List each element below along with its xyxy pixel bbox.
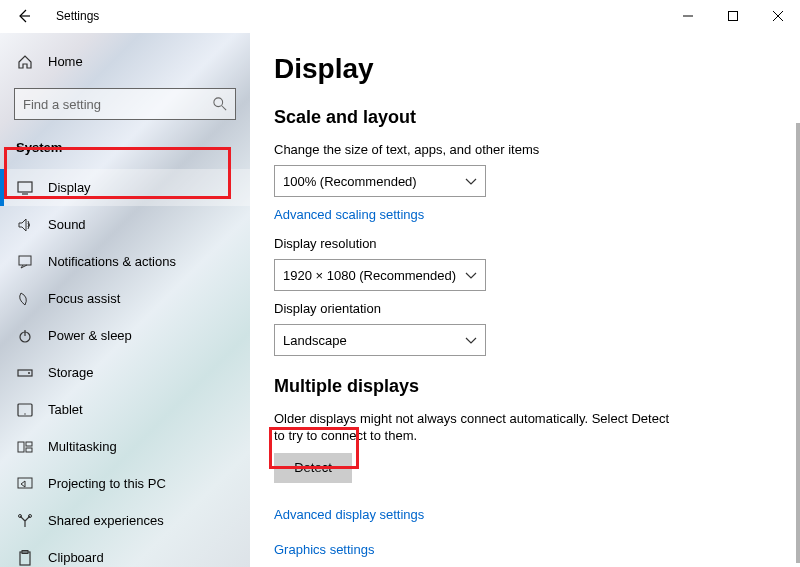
section-multiple-displays-heading: Multiple displays [274, 376, 800, 397]
svg-rect-10 [26, 442, 32, 446]
svg-rect-11 [26, 448, 32, 452]
sidebar-item-multitasking[interactable]: Multitasking [0, 428, 250, 465]
svg-rect-9 [18, 442, 24, 452]
svg-rect-3 [19, 256, 31, 265]
detect-button[interactable]: Detect [274, 453, 352, 483]
page-title: Display [274, 53, 800, 85]
svg-rect-2 [18, 182, 32, 192]
home-icon [16, 53, 34, 71]
maximize-button[interactable] [710, 0, 755, 32]
sidebar-item-label: Storage [48, 365, 94, 380]
shared-experiences-icon [16, 512, 34, 530]
storage-icon [16, 364, 34, 382]
resolution-dropdown[interactable]: 1920 × 1080 (Recommended) [274, 259, 486, 291]
sidebar-item-sound[interactable]: Sound [0, 206, 250, 243]
settings-panel: Display Scale and layout Change the size… [250, 33, 800, 567]
sidebar-item-power-sleep[interactable]: Power & sleep [0, 317, 250, 354]
content-area: Home Find a setting System Display Sound… [0, 32, 800, 567]
search-placeholder: Find a setting [23, 97, 213, 112]
sidebar-item-display[interactable]: Display [0, 169, 250, 206]
sound-icon [16, 216, 34, 234]
orientation-label: Display orientation [274, 301, 800, 316]
minimize-icon [683, 11, 693, 21]
scale-size-dropdown[interactable]: 100% (Recommended) [274, 165, 486, 197]
sidebar-item-label: Tablet [48, 402, 83, 417]
sidebar-item-label: Sound [48, 217, 86, 232]
titlebar: Settings [0, 0, 800, 32]
notifications-icon [16, 253, 34, 271]
dropdown-value: 100% (Recommended) [283, 174, 417, 189]
sidebar-item-label: Projecting to this PC [48, 476, 166, 491]
projecting-icon [16, 475, 34, 493]
sidebar-item-label: Multitasking [48, 439, 117, 454]
sidebar-item-projecting[interactable]: Projecting to this PC [0, 465, 250, 502]
arrow-left-icon [16, 8, 32, 24]
clipboard-icon [16, 549, 34, 567]
display-icon [16, 179, 34, 197]
graphics-settings-link[interactable]: Graphics settings [274, 542, 374, 557]
advanced-display-link[interactable]: Advanced display settings [274, 507, 424, 522]
search-icon [213, 97, 227, 111]
sidebar-item-clipboard[interactable]: Clipboard [0, 539, 250, 567]
svg-point-1 [214, 98, 223, 107]
sidebar-item-label: Clipboard [48, 550, 104, 565]
sidebar-item-focus-assist[interactable]: Focus assist [0, 280, 250, 317]
minimize-button[interactable] [665, 0, 710, 32]
resolution-label: Display resolution [274, 236, 800, 251]
sidebar-item-label: Display [48, 180, 91, 195]
back-button[interactable] [8, 0, 40, 32]
section-scale-heading: Scale and layout [274, 107, 800, 128]
advanced-scaling-link[interactable]: Advanced scaling settings [274, 207, 424, 222]
chevron-down-icon [465, 174, 477, 189]
scrollbar[interactable] [796, 123, 800, 563]
sidebar-item-label: Shared experiences [48, 513, 164, 528]
chevron-down-icon [465, 268, 477, 283]
window-controls [665, 0, 800, 32]
sidebar: Home Find a setting System Display Sound… [0, 33, 250, 567]
dropdown-value: Landscape [283, 333, 347, 348]
maximize-icon [728, 11, 738, 21]
orientation-dropdown[interactable]: Landscape [274, 324, 486, 356]
sidebar-item-notifications[interactable]: Notifications & actions [0, 243, 250, 280]
sidebar-item-label: Home [48, 54, 83, 69]
sidebar-item-tablet[interactable]: Tablet [0, 391, 250, 428]
window-title: Settings [56, 9, 99, 23]
sidebar-item-storage[interactable]: Storage [0, 354, 250, 391]
sidebar-item-home[interactable]: Home [0, 43, 250, 80]
sidebar-item-label: Focus assist [48, 291, 120, 306]
power-icon [16, 327, 34, 345]
sidebar-item-label: Power & sleep [48, 328, 132, 343]
sidebar-item-label: Notifications & actions [48, 254, 176, 269]
dropdown-value: 1920 × 1080 (Recommended) [283, 268, 456, 283]
close-icon [773, 11, 783, 21]
svg-point-8 [24, 413, 25, 414]
close-button[interactable] [755, 0, 800, 32]
svg-rect-0 [728, 12, 737, 21]
svg-point-6 [28, 372, 30, 374]
detect-button-label: Detect [294, 460, 332, 475]
sidebar-item-shared-experiences[interactable]: Shared experiences [0, 502, 250, 539]
tablet-icon [16, 401, 34, 419]
search-input[interactable]: Find a setting [14, 88, 236, 120]
chevron-down-icon [465, 333, 477, 348]
scale-size-label: Change the size of text, apps, and other… [274, 142, 800, 157]
multitasking-icon [16, 438, 34, 456]
multiple-displays-description: Older displays might not always connect … [274, 411, 674, 445]
sidebar-category: System [0, 134, 250, 169]
focus-assist-icon [16, 290, 34, 308]
